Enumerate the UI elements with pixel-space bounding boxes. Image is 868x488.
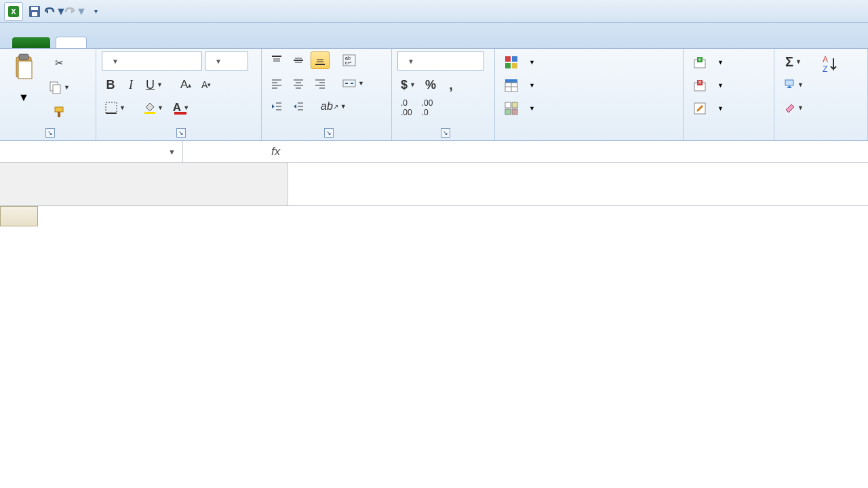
orientation-button[interactable]: ab↗▼ (317, 98, 350, 115)
ribbon: ▼ ✂ ▼ ↘ ▼ ▼ B I U▼ (0, 49, 868, 141)
svg-rect-12 (106, 102, 117, 113)
borders-button[interactable]: ▼ (102, 99, 129, 117)
font-size-select[interactable]: ▼ (205, 52, 248, 70)
title-bar: X ▼ ▼ ▾ (0, 0, 868, 23)
paste-button[interactable]: ▼ (5, 52, 42, 106)
conditional-formatting-button[interactable]: ▼ (500, 53, 677, 72)
tab-home[interactable] (56, 37, 87, 48)
cell-styles-icon (505, 102, 518, 115)
copy-button[interactable]: ▼ (46, 79, 73, 96)
format-icon (693, 102, 707, 115)
fx-icon[interactable]: fx (271, 145, 280, 159)
underline-button[interactable]: U▼ (142, 76, 166, 94)
name-box[interactable]: ▼ (0, 141, 183, 162)
sort-filter-button[interactable]: AZ (811, 52, 848, 85)
select-all-corner[interactable] (0, 206, 38, 226)
align-middle-button[interactable] (289, 52, 308, 69)
svg-rect-7 (18, 61, 32, 79)
align-center-button[interactable] (289, 75, 308, 92)
svg-rect-58 (505, 109, 511, 115)
fill-color-button[interactable]: ▼ (140, 99, 167, 117)
quick-access-toolbar: X ▼ ▼ ▾ (0, 2, 108, 21)
delete-cells-button[interactable]: × ▼ (689, 76, 768, 95)
merge-center-button[interactable]: ▼ (339, 75, 368, 92)
tab-insert[interactable] (87, 37, 117, 48)
align-right-button[interactable] (311, 75, 330, 92)
undo-button[interactable]: ▼ (46, 3, 64, 20)
save-icon[interactable] (26, 3, 43, 20)
tab-data[interactable] (176, 37, 206, 48)
format-cells-button[interactable]: ▼ (689, 99, 768, 118)
format-painter-button[interactable] (46, 103, 73, 121)
svg-text:c↵: c↵ (345, 60, 352, 65)
clear-button[interactable]: ▼ (780, 99, 807, 117)
group-editing: Σ▼ ▼ ▼ AZ (774, 49, 868, 140)
delete-icon: × (693, 79, 707, 92)
tab-page-layout[interactable] (117, 37, 146, 48)
svg-rect-14 (144, 112, 155, 114)
group-number: ▼ $▼ % , .0.00 .00.0 ↘ (392, 49, 495, 140)
column-headers[interactable] (38, 206, 868, 226)
accounting-button[interactable]: $▼ (397, 76, 419, 94)
formula-bar[interactable]: fx (183, 141, 868, 162)
border-icon (105, 102, 117, 114)
group-styles: ▼ ▼ ▼ (495, 49, 684, 140)
clipboard-icon (12, 54, 35, 86)
qat-customize-icon[interactable]: ▾ (87, 3, 104, 20)
bold-button[interactable]: B (102, 76, 119, 94)
group-cells: + ▼ × ▼ ▼ (684, 49, 774, 140)
redo-button[interactable]: ▼ (66, 3, 84, 20)
insert-cells-button[interactable]: + ▼ (689, 53, 768, 72)
alignment-dialog-icon[interactable]: ↘ (324, 128, 334, 138)
cut-button[interactable]: ✂ (46, 54, 73, 72)
cell-styles-button[interactable]: ▼ (500, 99, 677, 118)
tab-formulas[interactable] (146, 37, 176, 48)
svg-text:ab: ab (345, 56, 351, 60)
tab-view[interactable] (236, 37, 266, 48)
conditional-icon (505, 56, 518, 69)
svg-rect-4 (32, 12, 37, 16)
group-clipboard: ▼ ✂ ▼ ↘ (0, 49, 96, 140)
decrease-indent-button[interactable] (267, 98, 286, 115)
scissors-icon: ✂ (55, 57, 64, 69)
increase-indent-button[interactable] (289, 98, 308, 115)
svg-rect-50 (505, 63, 511, 68)
svg-rect-56 (505, 102, 511, 108)
clipboard-dialog-icon[interactable]: ↘ (45, 128, 55, 138)
font-name-select[interactable]: ▼ (102, 52, 202, 70)
fill-down-icon (783, 79, 795, 91)
group-alignment: abc↵ ▼ ab↗▼ ↘ (262, 49, 392, 140)
format-as-table-button[interactable]: ▼ (500, 76, 677, 95)
formula-bar-area: ▼ fx (0, 141, 868, 206)
fill-button[interactable]: ▼ (780, 76, 807, 94)
increase-decimal-button[interactable]: .0.00 (397, 99, 416, 117)
tab-review[interactable] (206, 37, 236, 48)
svg-text:A: A (823, 55, 828, 64)
grow-font-button[interactable]: A▴ (177, 76, 195, 94)
svg-rect-10 (55, 107, 63, 112)
autosum-button[interactable]: Σ▼ (780, 53, 807, 70)
excel-icon: X (4, 2, 23, 21)
italic-button[interactable]: I (122, 76, 140, 94)
align-bottom-button[interactable] (311, 52, 330, 69)
comma-button[interactable]: , (442, 76, 460, 94)
table-icon (505, 79, 518, 92)
align-left-button[interactable] (267, 75, 286, 92)
wrap-text-button[interactable]: abc↵ (339, 52, 359, 69)
percent-button[interactable]: % (422, 76, 439, 94)
color-bar-icon (176, 106, 186, 109)
decrease-decimal-button[interactable]: .00.0 (418, 99, 437, 117)
font-color-button[interactable]: A ▼ (170, 99, 193, 117)
sort-filter-icon: AZ (818, 54, 840, 79)
align-top-button[interactable] (267, 52, 286, 69)
tab-file[interactable] (12, 37, 50, 48)
eraser-icon (783, 102, 795, 114)
number-dialog-icon[interactable]: ↘ (441, 128, 450, 138)
bucket-icon (143, 102, 155, 114)
insert-icon: + (693, 56, 707, 69)
font-dialog-icon[interactable]: ↘ (176, 128, 186, 138)
number-format-select[interactable]: ▼ (397, 52, 484, 70)
svg-rect-57 (512, 102, 517, 108)
shrink-font-button[interactable]: A▾ (197, 76, 215, 94)
group-font: ▼ ▼ B I U▼ A▴ A▾ ▼ ▼ A (96, 49, 262, 140)
